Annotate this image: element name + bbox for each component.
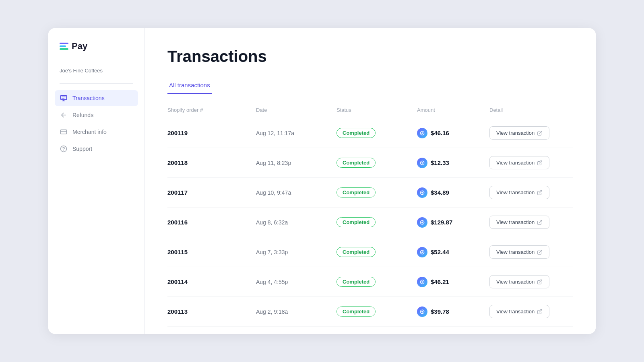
detail-cell: View transaction xyxy=(489,275,573,288)
amount-cell: $46.21 xyxy=(417,277,489,287)
sidebar-item-transactions[interactable]: Transactions xyxy=(55,90,138,106)
status-badge: Completed xyxy=(336,277,376,287)
amount-icon xyxy=(417,217,427,228)
amount-cell: $39.78 xyxy=(417,306,489,317)
sidebar-item-refunds-label: Refunds xyxy=(72,112,93,118)
date-cell: Aug 4, 4:55p xyxy=(256,279,336,285)
amount-cell: $46.16 xyxy=(417,128,489,138)
detail-cell: View transaction xyxy=(489,186,573,199)
card-icon xyxy=(60,128,68,136)
svg-rect-3 xyxy=(61,130,67,134)
logo-icon xyxy=(60,43,68,50)
sidebar-item-support-label: Support xyxy=(72,146,92,152)
view-transaction-button[interactable]: View transaction xyxy=(489,156,549,169)
amount-value: $46.16 xyxy=(431,130,449,136)
order-number: 200117 xyxy=(167,189,256,196)
amount-value: $46.21 xyxy=(431,278,449,285)
sidebar-divider xyxy=(60,83,133,84)
amount-cell: $129.87 xyxy=(417,217,489,228)
status-cell: Completed xyxy=(336,158,417,168)
sidebar: Pay Joe's Fine Coffees Transactions xyxy=(48,28,145,334)
sidebar-item-merchant-info-label: Merchant info xyxy=(72,129,107,135)
order-number: 200116 xyxy=(167,219,256,226)
order-number: 200113 xyxy=(167,308,256,315)
nav-items: Transactions Refunds xyxy=(48,90,144,157)
status-badge: Completed xyxy=(336,128,376,138)
detail-cell: View transaction xyxy=(489,216,573,229)
detail-cell: View transaction xyxy=(489,245,573,259)
view-transaction-label: View transaction xyxy=(496,309,535,315)
amount-cell: $12.33 xyxy=(417,158,489,168)
status-badge: Completed xyxy=(336,217,376,227)
sidebar-item-transactions-label: Transactions xyxy=(72,95,105,101)
view-transaction-button[interactable]: View transaction xyxy=(489,126,549,140)
view-transaction-label: View transaction xyxy=(496,160,535,166)
detail-cell: View transaction xyxy=(489,305,573,318)
table-header: Shopify order # Date Status Amount Detai… xyxy=(167,107,573,118)
receipt-icon xyxy=(60,94,68,102)
tab-all-transactions[interactable]: All transactions xyxy=(167,78,212,94)
status-cell: Completed xyxy=(336,306,417,317)
arrow-left-icon xyxy=(60,111,68,119)
external-link-icon xyxy=(537,130,543,136)
status-badge: Completed xyxy=(336,187,376,197)
svg-line-16 xyxy=(539,250,542,252)
amount-value: $12.33 xyxy=(431,159,449,166)
sidebar-item-support[interactable]: Support xyxy=(55,141,138,157)
header-detail: Detail xyxy=(489,107,573,113)
table-row: 200114 Aug 4, 4:55p Completed $46.21 Vie… xyxy=(167,267,573,297)
svg-rect-0 xyxy=(61,95,67,100)
status-badge: Completed xyxy=(336,158,376,168)
sidebar-item-refunds[interactable]: Refunds xyxy=(55,107,138,123)
status-cell: Completed xyxy=(336,187,417,197)
table-body: 200119 Aug 12, 11:17a Completed $46.16 V… xyxy=(167,118,573,327)
view-transaction-button[interactable]: View transaction xyxy=(489,216,549,229)
main-content: Transactions All transactions Shopify or… xyxy=(145,28,596,334)
amount-icon xyxy=(417,158,427,168)
external-link-icon xyxy=(537,249,543,255)
table-row: 200118 Aug 11, 8:23p Completed $12.33 Vi… xyxy=(167,148,573,178)
amount-icon xyxy=(417,247,427,257)
table-row: 200116 Aug 8, 6:32a Completed $129.87 Vi… xyxy=(167,208,573,237)
tabs-bar: All transactions xyxy=(167,78,573,94)
date-cell: Aug 12, 11:17a xyxy=(256,130,336,136)
amount-value: $39.78 xyxy=(431,308,449,315)
app-container: Pay Joe's Fine Coffees Transactions xyxy=(48,28,596,334)
view-transaction-button[interactable]: View transaction xyxy=(489,245,549,259)
amount-value: $129.87 xyxy=(431,219,452,226)
date-cell: Aug 7, 3:33p xyxy=(256,249,336,255)
store-name: Joe's Fine Coffees xyxy=(48,68,144,83)
amount-icon xyxy=(417,306,427,317)
status-cell: Completed xyxy=(336,217,417,227)
amount-value: $52.44 xyxy=(431,249,449,255)
view-transaction-label: View transaction xyxy=(496,219,535,225)
external-link-icon xyxy=(537,160,543,166)
svg-line-14 xyxy=(539,220,542,222)
view-transaction-button[interactable]: View transaction xyxy=(489,305,549,318)
header-order: Shopify order # xyxy=(167,107,256,113)
svg-line-18 xyxy=(539,280,542,282)
order-number: 200115 xyxy=(167,249,256,255)
date-cell: Aug 8, 6:32a xyxy=(256,219,336,226)
view-transaction-button[interactable]: View transaction xyxy=(489,275,549,288)
page-title: Transactions xyxy=(167,47,573,66)
detail-cell: View transaction xyxy=(489,126,573,140)
status-cell: Completed xyxy=(336,247,417,257)
logo-bar-3 xyxy=(60,48,68,50)
view-transaction-button[interactable]: View transaction xyxy=(489,186,549,199)
status-cell: Completed xyxy=(336,128,417,138)
detail-cell: View transaction xyxy=(489,156,573,169)
amount-cell: $52.44 xyxy=(417,247,489,257)
amount-value: $34.89 xyxy=(431,189,449,196)
svg-line-8 xyxy=(539,131,542,133)
view-transaction-label: View transaction xyxy=(496,130,535,136)
amount-icon xyxy=(417,187,427,198)
order-number: 200119 xyxy=(167,130,256,136)
header-date: Date xyxy=(256,107,336,113)
sidebar-item-merchant-info[interactable]: Merchant info xyxy=(55,124,138,140)
logo-text: Pay xyxy=(72,41,87,51)
status-cell: Completed xyxy=(336,277,417,287)
svg-line-10 xyxy=(539,160,542,163)
order-number: 200118 xyxy=(167,159,256,166)
date-cell: Aug 10, 9:47a xyxy=(256,189,336,196)
